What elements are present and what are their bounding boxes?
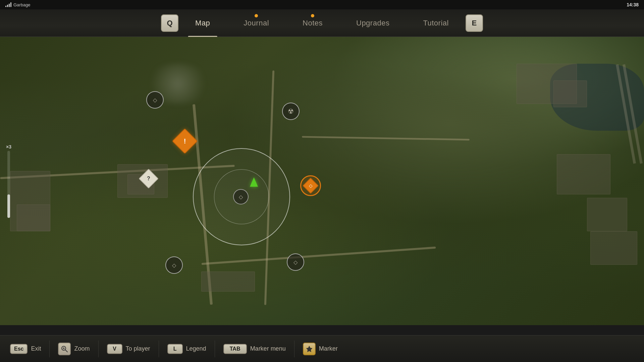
legend-action[interactable]: L Legend [161,344,213,354]
player-marker [250,177,258,187]
tab-notes[interactable]: Notes [286,9,339,37]
marker-m4[interactable]: ? [141,171,156,186]
ruins-left-2 [17,204,50,231]
tab-journal[interactable]: Journal [227,9,286,37]
zoom-label-bar: Zoom [74,345,90,352]
journal-dot [255,14,258,17]
separator-3 [159,341,159,357]
status-left: Garbage [5,2,31,7]
l-key[interactable]: L [167,344,183,354]
ruins-right-2 [587,198,627,231]
zoom-indicator: ×3 [6,144,11,218]
zoom-action[interactable]: Zoom [51,343,96,355]
esc-key[interactable]: Esc [10,344,28,354]
marker-m7-icon: ◇ [172,262,176,268]
marker-m8-circle: ◇ [287,253,304,271]
q-key-button[interactable]: Q [161,14,178,32]
player-arrow-icon [250,177,258,187]
marker-m1-circle: ◇ [146,91,164,109]
marker-label: Marker [319,345,338,352]
tab-tutorial[interactable]: Tutorial [406,9,466,37]
ruins-top-right-2 [553,80,587,107]
notes-dot [311,14,314,17]
status-bar: Garbage 14:38 [0,0,644,9]
marker-m2[interactable]: ☢ [282,103,300,120]
marker-m6[interactable]: ◇ [300,175,321,196]
marker-m4-icon: ? [147,176,150,182]
marker-m1-icon: ◇ [153,97,157,103]
marker-menu-label: Marker menu [250,345,286,352]
marker-m7-circle: ◇ [165,256,183,274]
map-area[interactable]: ×3 ◇ ☢ ! ? [0,37,644,325]
ruins-bottom-center [201,272,255,292]
v-key[interactable]: V [107,344,122,354]
exit-label: Exit [31,345,41,352]
marker-m7[interactable]: ◇ [165,256,183,274]
marker-m8-icon: ◇ [293,259,298,265]
marker-m6-circle: ◇ [300,175,321,196]
marker-m5-circle: ◇ [233,189,249,204]
separator-2 [98,341,99,357]
zoom-label: ×3 [6,144,11,149]
marker-menu-action[interactable]: TAB Marker menu [217,344,292,354]
marker-m2-icon: ☢ [288,107,294,115]
marker-m1[interactable]: ◇ [146,91,164,109]
bottom-bar: Esc Exit Zoom V To player L Legend [0,335,644,362]
tab-key[interactable]: TAB [223,344,247,354]
ruins-right [557,154,610,194]
to-player-action[interactable]: V To player [100,344,157,354]
exit-action[interactable]: Esc Exit [10,344,48,354]
separator-4 [215,341,215,357]
map-canvas: ×3 ◇ ☢ ! ? [0,37,644,325]
to-player-label: To player [126,345,150,352]
marker-m6-icon: ◇ [309,183,313,188]
app-name: Garbage [13,2,31,7]
marker-m2-circle: ☢ [282,103,300,120]
svg-line-1 [65,350,67,352]
separator-1 [49,341,50,357]
marker-m3[interactable]: ! [176,132,194,150]
marker-m8[interactable]: ◇ [287,253,304,271]
legend-label: Legend [186,345,206,352]
zoom-bar-fill [7,194,10,218]
nav-tabs: Map Journal Notes Upgrades Tutorial [178,9,466,37]
tab-map[interactable]: Map [178,9,227,37]
marker-action[interactable]: Marker [296,343,344,355]
e-key-button[interactable]: E [466,14,483,32]
tab-upgrades[interactable]: Upgrades [339,9,406,37]
marker-m5[interactable]: ◇ [233,189,249,204]
marker-m5-icon: ◇ [239,194,243,200]
marker-m3-icon: ! [184,137,186,145]
marker-icon [303,343,316,355]
signal-icon [5,2,11,7]
railway [604,64,644,164]
clock: 14:38 [627,2,639,7]
zoom-bar [7,151,10,218]
zoom-icon [58,343,71,355]
separator-5 [294,341,294,357]
ruins-bottom-right [590,231,637,265]
